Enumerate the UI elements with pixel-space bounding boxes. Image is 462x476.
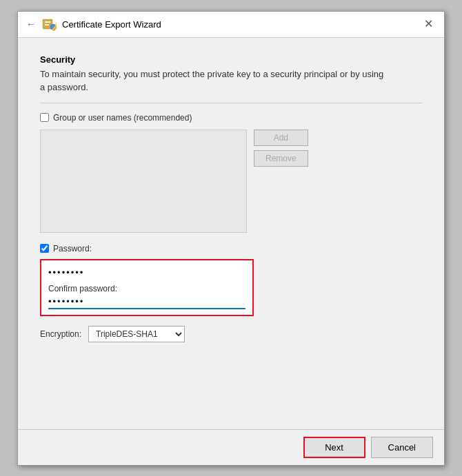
close-button[interactable]: ✕ (421, 17, 436, 31)
side-buttons: Add Remove (254, 130, 308, 167)
wizard-icon: 🔑 (41, 17, 57, 32)
group-names-checkbox[interactable] (40, 113, 49, 122)
cancel-button[interactable]: Cancel (371, 437, 433, 458)
group-names-row: Group or user names (recommended) (40, 113, 422, 123)
password-section: Password: Confirm password: (40, 244, 422, 316)
group-list-box (40, 130, 247, 233)
group-list-area: Add Remove (40, 130, 422, 233)
security-title: Security (40, 54, 422, 65)
group-names-label: Group or user names (recommended) (53, 113, 192, 123)
dialog-footer: Next Cancel (18, 429, 444, 465)
svg-rect-1 (45, 21, 50, 23)
encryption-row: Encryption: TripleDES-SHA1 AES256-SHA256 (40, 326, 422, 342)
next-button[interactable]: Next (303, 437, 365, 458)
svg-rect-2 (45, 24, 49, 25)
svg-text:🔑: 🔑 (52, 20, 57, 32)
add-button[interactable]: Add (254, 130, 308, 146)
password-input[interactable] (48, 266, 245, 280)
password-label: Password: (53, 244, 92, 253)
confirm-password-input[interactable] (48, 295, 245, 309)
confirm-password-label: Confirm password: (48, 284, 245, 293)
password-checkbox-row: Password: (40, 244, 422, 253)
back-arrow-button[interactable]: ← (26, 19, 36, 30)
encryption-select[interactable]: TripleDES-SHA1 AES256-SHA256 (88, 326, 185, 342)
password-fields-box: Confirm password: (40, 259, 254, 316)
password-checkbox[interactable] (40, 244, 49, 253)
encryption-label: Encryption: (40, 329, 81, 339)
certificate-export-wizard-dialog: ← 🔑 Certificate Export Wizard ✕ Security… (17, 11, 445, 466)
title-bar: ← 🔑 Certificate Export Wizard ✕ (18, 12, 444, 38)
dialog-body: Security To maintain security, you must … (18, 38, 444, 429)
remove-button[interactable]: Remove (254, 150, 308, 167)
security-section: Security To maintain security, you must … (40, 54, 422, 94)
title-bar-left: ← 🔑 Certificate Export Wizard (26, 17, 161, 32)
security-description: To maintain security, you must protect t… (40, 68, 422, 94)
dialog-title: Certificate Export Wizard (62, 19, 161, 30)
section-divider (40, 103, 422, 103)
